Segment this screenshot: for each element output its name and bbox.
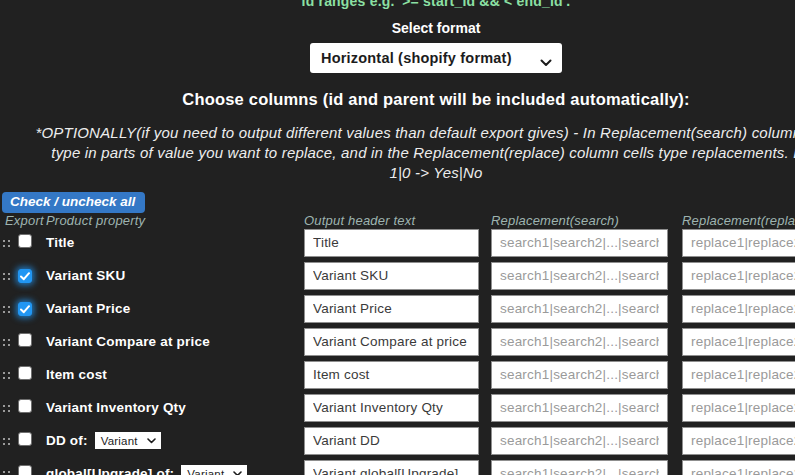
row-label: Variant Inventory Qty xyxy=(46,400,186,415)
replacement-replace-input[interactable] xyxy=(682,295,795,323)
output-header-input[interactable] xyxy=(304,394,479,422)
output-header-input[interactable] xyxy=(304,295,479,323)
export-checkbox[interactable] xyxy=(18,269,32,283)
drag-handle-icon[interactable] xyxy=(2,470,10,475)
instructions-line-3: 1|0 -> Yes|No xyxy=(0,163,795,183)
output-header-input[interactable] xyxy=(304,427,479,455)
drag-handle-icon[interactable] xyxy=(2,437,10,446)
replacement-replace-input[interactable] xyxy=(682,394,795,422)
replacement-search-input[interactable] xyxy=(491,394,668,422)
replacement-search-input[interactable] xyxy=(491,427,668,455)
replacement-search-input[interactable] xyxy=(491,328,668,356)
chevron-down-icon xyxy=(147,438,156,444)
button-row: Check / uncheck all xyxy=(2,192,795,213)
checkmark-icon xyxy=(20,305,30,314)
row-label: DD of: xyxy=(46,433,88,448)
columns-table-header: Export Product property Output header te… xyxy=(0,213,795,226)
header-product-property: Product property xyxy=(46,213,304,228)
output-header-input[interactable] xyxy=(304,361,479,389)
replacement-instructions: *OPTIONALLY(if you need to output differ… xyxy=(0,123,795,183)
replacement-replace-input[interactable] xyxy=(682,361,795,389)
replacement-search-input[interactable] xyxy=(491,460,668,475)
format-select-wrap: Horizontal (shopify format) xyxy=(310,43,562,73)
choose-columns-heading: Choose columns (id and parent will be in… xyxy=(0,90,795,109)
chevron-down-icon xyxy=(233,471,242,475)
header-replacement-replace: Replacement(replace) xyxy=(682,213,795,228)
replacement-replace-input[interactable] xyxy=(682,328,795,356)
instructions-line-1: *OPTIONALLY(if you need to output differ… xyxy=(0,123,795,143)
format-select[interactable]: Horizontal (shopify format) xyxy=(310,43,562,73)
instructions-line-2: type in parts of value you want to repla… xyxy=(0,143,795,163)
table-row: Title xyxy=(0,226,795,259)
export-checkbox[interactable] xyxy=(18,234,32,248)
output-header-input[interactable] xyxy=(304,328,479,356)
export-checkbox[interactable] xyxy=(18,399,32,413)
table-row: global[Upgrade] of: Variant xyxy=(0,457,795,475)
replacement-replace-input[interactable] xyxy=(682,229,795,257)
output-header-input[interactable] xyxy=(304,262,479,290)
export-checkbox[interactable] xyxy=(18,465,32,475)
row-property-select-value: Variant xyxy=(101,435,138,447)
replacement-replace-input[interactable] xyxy=(682,460,795,475)
drag-handle-icon[interactable] xyxy=(2,305,10,314)
drag-handle-icon[interactable] xyxy=(2,338,10,347)
export-checkbox[interactable] xyxy=(18,432,32,446)
replacement-search-input[interactable] xyxy=(491,229,668,257)
replacement-search-input[interactable] xyxy=(491,295,668,323)
drag-handle-icon[interactable] xyxy=(2,239,10,248)
id-ranges-hint: id ranges e.g. '>= start_id && < end_id'… xyxy=(0,0,795,9)
table-row: Variant SKU xyxy=(0,259,795,292)
header-output-header-text: Output header text xyxy=(304,213,491,228)
output-header-input[interactable] xyxy=(304,460,479,475)
table-row: DD of: Variant xyxy=(0,424,795,457)
row-property-select[interactable]: Variant xyxy=(181,465,247,475)
header-export: Export xyxy=(2,213,46,228)
export-checkbox[interactable] xyxy=(18,366,32,380)
row-label: Variant Price xyxy=(46,301,130,316)
export-settings-page: id ranges e.g. '>= start_id && < end_id'… xyxy=(0,0,795,475)
row-property-select-value: Variant xyxy=(187,468,224,475)
checkmark-icon xyxy=(20,272,30,281)
replacement-search-input[interactable] xyxy=(491,361,668,389)
drag-handle-icon[interactable] xyxy=(2,404,10,413)
replacement-replace-input[interactable] xyxy=(682,427,795,455)
row-label: Variant SKU xyxy=(46,268,125,283)
export-checkbox[interactable] xyxy=(18,302,32,316)
table-row: Item cost xyxy=(0,358,795,391)
drag-handle-icon[interactable] xyxy=(2,272,10,281)
export-checkbox[interactable] xyxy=(18,333,32,347)
drag-handle-icon[interactable] xyxy=(2,371,10,380)
row-label: Item cost xyxy=(46,367,107,382)
header-replacement-search: Replacement(search) xyxy=(491,213,682,228)
row-label: Title xyxy=(46,235,75,250)
replacement-search-input[interactable] xyxy=(491,262,668,290)
select-format-label: Select format xyxy=(0,20,795,36)
row-label: global[Upgrade] of: xyxy=(46,466,174,475)
row-property-select[interactable]: Variant xyxy=(95,432,161,449)
table-row: Variant Compare at price xyxy=(0,325,795,358)
output-header-input[interactable] xyxy=(304,229,479,257)
columns-table-body: Title Variant SKU xyxy=(0,226,795,475)
check-uncheck-all-button[interactable]: Check / uncheck all xyxy=(2,192,145,213)
replacement-replace-input[interactable] xyxy=(682,262,795,290)
table-row: Variant Price xyxy=(0,292,795,325)
table-row: Variant Inventory Qty xyxy=(0,391,795,424)
row-label: Variant Compare at price xyxy=(46,334,210,349)
